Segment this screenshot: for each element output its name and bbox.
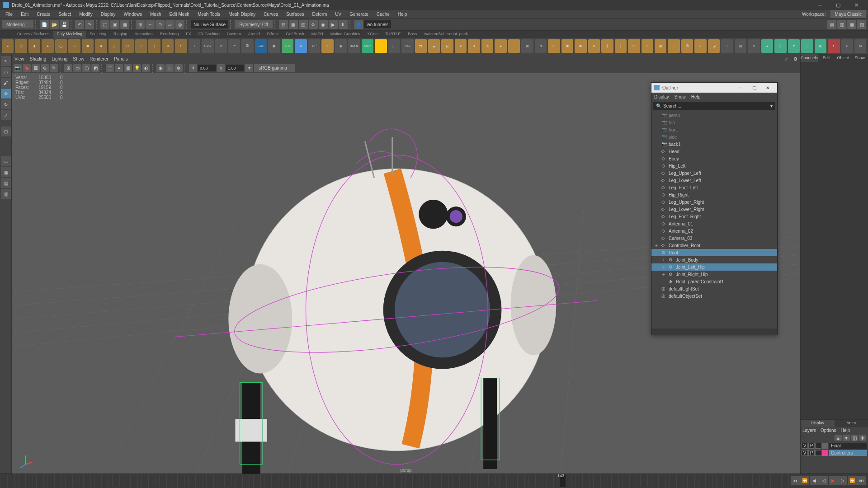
grease-icon[interactable]: ✎: [50, 64, 58, 72]
menu-set-dropdown[interactable]: Modeling: [2, 20, 33, 28]
crease-icon[interactable]: CP: [308, 39, 320, 53]
new-scene-icon[interactable]: 📄: [40, 20, 49, 29]
outliner-item[interactable]: ◇Antenna_02: [651, 227, 777, 235]
channelbox-tab[interactable]: Show: [851, 54, 868, 62]
layer-blank-toggle[interactable]: [815, 443, 821, 449]
xray-icon[interactable]: ◌: [165, 64, 174, 72]
go-to-start-icon[interactable]: ⏮: [791, 476, 800, 485]
retopo-icon[interactable]: ▦: [815, 39, 826, 53]
menu-mesh-display[interactable]: Mesh Display: [225, 11, 259, 18]
wireframe-icon[interactable]: ⬚: [106, 64, 114, 72]
shelf-tab[interactable]: Poly Modeling: [53, 31, 86, 38]
outliner-minimize-icon[interactable]: ─: [734, 85, 747, 90]
sidebar-toggle-3-icon[interactable]: ▦: [847, 20, 856, 29]
collapse-icon[interactable]: ⬣: [575, 39, 586, 53]
menu-windows[interactable]: Windows: [120, 11, 146, 18]
super-shape-icon[interactable]: ✦: [175, 39, 187, 53]
outliner-item[interactable]: ◇Head: [651, 148, 777, 155]
layer-tab-display[interactable]: Display: [801, 420, 835, 427]
slide-edge-icon[interactable]: ↔: [668, 39, 679, 53]
snap-plane-icon[interactable]: ▱: [165, 20, 175, 29]
delete-edge-icon[interactable]: ✕: [588, 39, 600, 53]
playblast-icon[interactable]: ▶: [329, 20, 338, 29]
menu-create[interactable]: Create: [33, 11, 54, 18]
poly-pipe-icon[interactable]: ⬡: [135, 39, 147, 53]
rotate-tool-icon[interactable]: ↻: [1, 99, 11, 109]
outliner-item[interactable]: ◇Leg_Foot_Left: [651, 184, 777, 191]
game-export-icon[interactable]: GRE: [255, 39, 267, 53]
reflect-icon[interactable]: ⬚: [388, 39, 400, 53]
combine-icon[interactable]: ⬒: [415, 39, 427, 53]
outliner-item[interactable]: +⊙Joint_Left_Hip: [651, 263, 777, 271]
film-gate-icon[interactable]: ▭: [73, 64, 81, 72]
outliner-scrollbar[interactable]: [651, 328, 777, 335]
outliner-item[interactable]: ◇Body: [651, 155, 777, 162]
create-poly-icon[interactable]: ◈: [295, 39, 307, 53]
shelf-tab[interactable]: Go2Brush: [282, 31, 308, 38]
outliner-menu-show[interactable]: Show: [675, 94, 686, 99]
outliner-item[interactable]: ◇Camera_03: [651, 235, 777, 242]
menu-edit-mesh[interactable]: Edit Mesh: [165, 11, 193, 18]
step-forward-icon[interactable]: ▷: [838, 476, 847, 485]
layer-new-icon[interactable]: ✚: [859, 435, 866, 441]
outliner-item[interactable]: ◇Hip_Left: [651, 162, 777, 169]
image-plane-icon[interactable]: 🖼: [32, 64, 40, 72]
outliner-titlebar[interactable]: Outliner ─ ▢ ✕: [651, 83, 777, 93]
outliner-item[interactable]: ◇Leg_Lower_Left: [651, 177, 777, 184]
lights-icon[interactable]: 💡: [133, 64, 141, 72]
layers-help[interactable]: Help: [840, 428, 850, 433]
sg-icon[interactable]: SG: [401, 39, 413, 53]
snap-point-icon[interactable]: ⊙: [156, 20, 165, 29]
expander-icon[interactable]: +: [662, 258, 667, 263]
poly-helix-icon[interactable]: §: [148, 39, 160, 53]
outliner-menu-help[interactable]: Help: [691, 94, 701, 99]
outliner-menu-display[interactable]: Display: [654, 94, 669, 99]
poke-icon[interactable]: /: [721, 39, 733, 53]
layers-menu[interactable]: Layers: [802, 428, 816, 433]
step-forward-key-icon[interactable]: ⏩: [848, 476, 857, 485]
menu-select[interactable]: Select: [55, 11, 75, 18]
shelf-tab[interactable]: watcom341_script_pack: [420, 31, 472, 38]
menu-file[interactable]: File: [2, 11, 16, 18]
layers-options[interactable]: Options: [821, 428, 836, 433]
hypershade-icon[interactable]: ◉: [319, 20, 328, 29]
append-icon[interactable]: ⬢: [561, 39, 573, 53]
shelf-tab[interactable]: Custom: [223, 31, 245, 38]
panel-menu-lighting[interactable]: Lighting: [52, 56, 67, 61]
workspace-dropdown[interactable]: Maya Classic: [830, 10, 866, 18]
outliner-item[interactable]: ◇Leg_Foot_Right: [651, 213, 777, 220]
outliner-maximize-icon[interactable]: ▢: [747, 85, 761, 90]
gate-mask-icon[interactable]: ◩: [91, 64, 99, 72]
shaded-icon[interactable]: ●: [115, 64, 123, 72]
layer-blank-toggle[interactable]: [815, 450, 821, 456]
shelf-tab[interactable]: Rigging: [110, 31, 131, 38]
sidebar-toggle-4-icon[interactable]: ▧: [857, 20, 866, 29]
menu-generate[interactable]: Generate: [346, 11, 372, 18]
select-tool-icon[interactable]: ↖: [1, 56, 11, 66]
bridge-icon[interactable]: ⬖: [455, 39, 467, 53]
chamfer-icon[interactable]: ◢: [708, 39, 720, 53]
platonic-icon[interactable]: ◆: [95, 39, 107, 53]
map-icon[interactable]: MAP: [362, 39, 373, 53]
poly-cylinder-icon[interactable]: ▮: [28, 39, 40, 53]
undo-icon[interactable]: ↶: [75, 20, 84, 29]
panel-menu-shading[interactable]: Shading: [30, 56, 47, 61]
camera-select-icon[interactable]: 📷: [14, 64, 22, 72]
menu-mesh-tools[interactable]: Mesh Tools: [194, 11, 224, 18]
time-ruler[interactable]: 143: [0, 474, 789, 487]
exposure-icon[interactable]: ☀: [189, 64, 197, 72]
shelf-tab[interactable]: Arnold: [245, 31, 264, 38]
menu-edit[interactable]: Edit: [17, 11, 32, 18]
layer-move-down-icon[interactable]: ▼: [843, 435, 850, 441]
channelbox-tab[interactable]: Edit: [818, 54, 835, 62]
outliner-item[interactable]: 📷persp: [651, 112, 777, 119]
shadows-icon[interactable]: ◐: [142, 64, 150, 72]
poly-pyramid-icon[interactable]: △: [108, 39, 120, 53]
display-layer[interactable]: VPFinal: [802, 442, 867, 449]
panel-menu-renderer[interactable]: Renderer: [90, 56, 108, 61]
shelf-tab[interactable]: TURTLE: [381, 31, 404, 38]
layer-color-swatch[interactable]: [822, 450, 828, 456]
layer-type-toggle[interactable]: P: [808, 443, 815, 449]
dropdown-icon[interactable]: ▾: [770, 103, 773, 108]
save-scene-icon[interactable]: 💾: [60, 20, 69, 29]
